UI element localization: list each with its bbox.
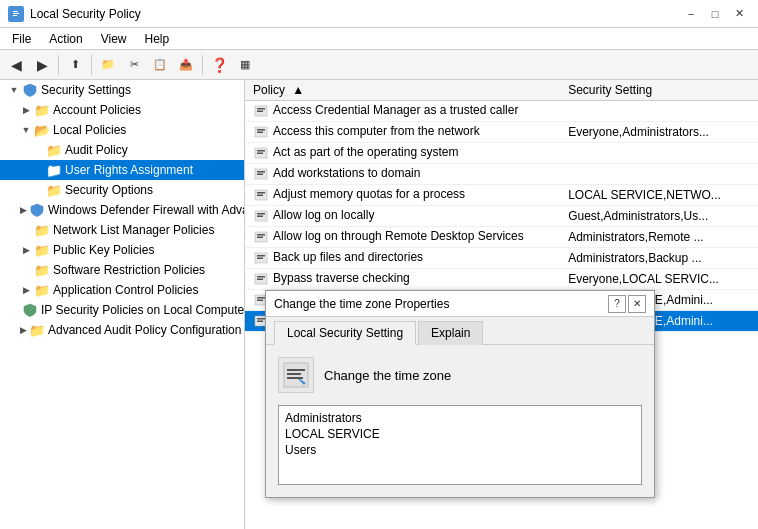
svg-rect-5 xyxy=(257,108,265,110)
policy-row-icon xyxy=(253,103,269,119)
cut-button[interactable]: ✂ xyxy=(122,53,146,77)
dialog-title: Change the time zone Properties xyxy=(274,297,449,311)
folder-icon-user-rights: 📁 xyxy=(46,162,62,178)
folder-icon-advanced: 📁 xyxy=(29,322,45,338)
col-security-setting[interactable]: Security Setting xyxy=(560,80,758,101)
tree-item-security-settings[interactable]: ▼ Security Settings xyxy=(0,80,244,100)
maximize-button[interactable]: □ xyxy=(704,4,726,24)
svg-rect-8 xyxy=(257,129,265,131)
expand-account-policies[interactable]: ▶ xyxy=(20,104,32,116)
dialog-list-item-admins[interactable]: Administrators xyxy=(283,410,637,426)
dialog-header-row: Change the time zone xyxy=(278,357,642,393)
svg-rect-9 xyxy=(257,132,263,134)
expand-app-control[interactable]: ▶ xyxy=(20,284,32,296)
svg-rect-38 xyxy=(287,369,305,371)
expand-advanced-audit[interactable]: ▶ xyxy=(20,324,27,336)
tree-item-app-control[interactable]: ▶ 📁 Application Control Policies xyxy=(0,280,244,300)
policy-setting: Guest,Administrators,Us... xyxy=(560,206,758,227)
table-row[interactable]: Access Credential Manager as a trusted c… xyxy=(245,101,758,122)
svg-rect-29 xyxy=(257,276,265,278)
table-row[interactable]: Act as part of the operating system xyxy=(245,143,758,164)
table-row[interactable]: Allow log on through Remote Desktop Serv… xyxy=(245,227,758,248)
policy-row-icon xyxy=(253,187,269,203)
forward-button[interactable]: ▶ xyxy=(30,53,54,77)
tree-item-local-policies[interactable]: ▼ 📂 Local Policies xyxy=(0,120,244,140)
back-button[interactable]: ◀ xyxy=(4,53,28,77)
col-policy[interactable]: Policy ▲ xyxy=(245,80,560,101)
dialog-list-item-local-service[interactable]: LOCAL SERVICE xyxy=(283,426,637,442)
table-row[interactable]: Allow log on locallyGuest,Administrators… xyxy=(245,206,758,227)
policy-row-icon xyxy=(253,124,269,140)
dialog-change-timezone[interactable]: Change the time zone Properties ? ✕ Loca… xyxy=(265,290,655,498)
tree-item-ip-security[interactable]: IP Security Policies on Local Compute xyxy=(0,300,244,320)
dialog-content: Change the time zone Administrators LOCA… xyxy=(266,345,654,497)
svg-rect-27 xyxy=(257,258,263,260)
copy-button[interactable]: 📋 xyxy=(148,53,172,77)
policy-setting xyxy=(560,143,758,164)
table-row[interactable]: Access this computer from the networkEve… xyxy=(245,122,758,143)
folder-open-button[interactable]: 📁 xyxy=(96,53,120,77)
shield-icon-ip xyxy=(22,302,38,318)
menu-action[interactable]: Action xyxy=(41,30,90,48)
svg-rect-2 xyxy=(13,15,17,16)
tree-label-app-control: Application Control Policies xyxy=(53,283,198,297)
expand-security-settings[interactable]: ▼ xyxy=(8,84,20,96)
dialog-list-item-users[interactable]: Users xyxy=(283,442,637,458)
tree-label-security-settings: Security Settings xyxy=(41,83,131,97)
svg-rect-15 xyxy=(257,174,263,176)
table-row[interactable]: Back up files and directoriesAdministrat… xyxy=(245,248,758,269)
view-button[interactable]: ▦ xyxy=(233,53,257,77)
tree-item-windows-defender[interactable]: ▶ Windows Defender Firewall with Adva xyxy=(0,200,244,220)
menu-file[interactable]: File xyxy=(4,30,39,48)
menu-help[interactable]: Help xyxy=(137,30,178,48)
help-button[interactable]: ❓ xyxy=(207,53,231,77)
tree-item-security-options[interactable]: 📁 Security Options xyxy=(0,180,244,200)
close-button[interactable]: ✕ xyxy=(728,4,750,24)
policy-name: Bypass traverse checking xyxy=(273,271,410,285)
svg-rect-18 xyxy=(257,195,263,197)
tree-item-network-list[interactable]: 📁 Network List Manager Policies xyxy=(0,220,244,240)
tree-item-software-restriction[interactable]: 📁 Software Restriction Policies xyxy=(0,260,244,280)
tree-item-public-key[interactable]: ▶ 📁 Public Key Policies xyxy=(0,240,244,260)
up-button[interactable]: ⬆ xyxy=(63,53,87,77)
tree-label-account-policies: Account Policies xyxy=(53,103,141,117)
svg-rect-12 xyxy=(257,153,263,155)
minimize-button[interactable]: − xyxy=(680,4,702,24)
tab-explain[interactable]: Explain xyxy=(418,321,483,345)
svg-rect-33 xyxy=(257,300,263,302)
table-row[interactable]: Adjust memory quotas for a processLOCAL … xyxy=(245,185,758,206)
expand-local-policies[interactable]: ▼ xyxy=(20,124,32,136)
tab-local-security[interactable]: Local Security Setting xyxy=(274,321,416,345)
policy-setting xyxy=(560,101,758,122)
folder-icon-softrestr: 📁 xyxy=(34,262,50,278)
tree-label-local-policies: Local Policies xyxy=(53,123,126,137)
toolbar-separator-3 xyxy=(202,55,203,75)
dialog-list-box[interactable]: Administrators LOCAL SERVICE Users xyxy=(278,405,642,485)
expand-windows-defender[interactable]: ▶ xyxy=(20,204,27,216)
tree-pane: ▼ Security Settings ▶ 📁 Account Policies… xyxy=(0,80,245,529)
tree-item-account-policies[interactable]: ▶ 📁 Account Policies xyxy=(0,100,244,120)
menu-view[interactable]: View xyxy=(93,30,135,48)
menu-bar: File Action View Help xyxy=(0,28,758,50)
folder-icon-sec-opts: 📁 xyxy=(46,182,62,198)
dialog-title-controls: ? ✕ xyxy=(608,295,646,313)
svg-rect-24 xyxy=(257,237,263,239)
tree-item-user-rights[interactable]: 📁 User Rights Assignment xyxy=(0,160,244,180)
expand-public-key[interactable]: ▶ xyxy=(20,244,32,256)
window-title: Local Security Policy xyxy=(30,7,141,21)
policy-row-icon xyxy=(253,166,269,182)
table-row[interactable]: Add workstations to domain xyxy=(245,164,758,185)
tree-label-network-list: Network List Manager Policies xyxy=(53,223,214,237)
tree-item-audit-policy[interactable]: 📁 Audit Policy xyxy=(0,140,244,160)
svg-rect-32 xyxy=(257,297,265,299)
tree-label-ip-security: IP Security Policies on Local Compute xyxy=(41,303,244,317)
tree-label-advanced-audit: Advanced Audit Policy Configuration xyxy=(48,323,241,337)
tree-label-public-key: Public Key Policies xyxy=(53,243,154,257)
folder-icon-network: 📁 xyxy=(34,222,50,238)
dialog-close-button[interactable]: ✕ xyxy=(628,295,646,313)
tree-label-audit-policy: Audit Policy xyxy=(65,143,128,157)
tree-item-advanced-audit[interactable]: ▶ 📁 Advanced Audit Policy Configuration xyxy=(0,320,244,340)
paste-button[interactable]: 📤 xyxy=(174,53,198,77)
table-row[interactable]: Bypass traverse checkingEveryone,LOCAL S… xyxy=(245,269,758,290)
dialog-help-button[interactable]: ? xyxy=(608,295,626,313)
